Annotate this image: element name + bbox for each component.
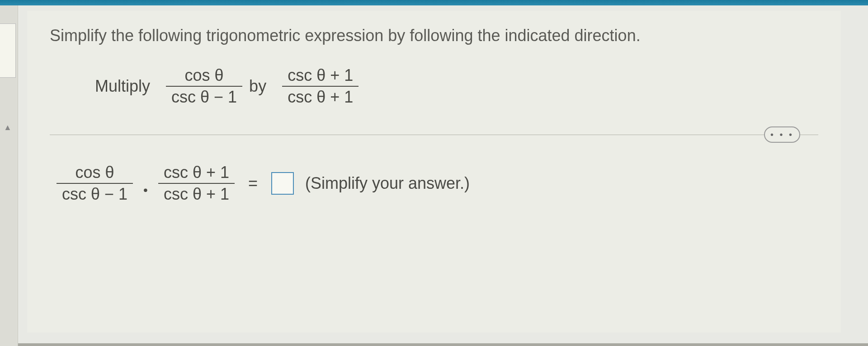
ellipsis-icon: • • • xyxy=(770,130,794,140)
answer-expression: cos θ csc θ − 1 • csc θ + 1 csc θ + 1 = … xyxy=(50,162,818,205)
answer-input[interactable] xyxy=(271,172,294,195)
left-sidebar: ▲ xyxy=(0,5,18,346)
ans-frac1-denominator: csc θ − 1 xyxy=(57,183,133,205)
fraction-1: cos θ csc θ − 1 xyxy=(166,65,242,108)
by-label: by xyxy=(249,77,266,96)
equals-sign: = xyxy=(248,174,258,193)
question-content: Simplify the following trigonometric exp… xyxy=(27,11,841,332)
ans-fraction-2: csc θ + 1 csc θ + 1 xyxy=(158,162,235,205)
frac2-numerator: csc θ + 1 xyxy=(282,65,359,86)
multiply-label: Multiply xyxy=(95,77,150,96)
frac1-denominator: csc θ − 1 xyxy=(166,86,242,108)
instruction-text: Simplify the following trigonometric exp… xyxy=(50,24,818,47)
more-options-button[interactable]: • • • xyxy=(764,126,800,143)
side-tab[interactable] xyxy=(0,23,16,78)
fraction-2: csc θ + 1 csc θ + 1 xyxy=(282,65,359,108)
simplify-note: (Simplify your answer.) xyxy=(305,174,470,193)
frac1-numerator: cos θ xyxy=(179,65,229,86)
divider: • • • xyxy=(50,135,818,135)
ans-frac2-numerator: csc θ + 1 xyxy=(158,162,235,183)
multiply-direction: Multiply cos θ csc θ − 1 by csc θ + 1 cs… xyxy=(95,65,818,108)
ans-frac2-denominator: csc θ + 1 xyxy=(158,183,235,205)
ans-frac1-numerator: cos θ xyxy=(70,162,120,183)
ans-fraction-1: cos θ csc θ − 1 xyxy=(57,162,133,205)
top-bar xyxy=(0,0,868,5)
frac2-denominator: csc θ + 1 xyxy=(282,86,359,108)
bottom-border xyxy=(18,343,868,346)
multiplication-dot: • xyxy=(143,183,148,197)
collapse-up-icon[interactable]: ▲ xyxy=(4,123,12,132)
